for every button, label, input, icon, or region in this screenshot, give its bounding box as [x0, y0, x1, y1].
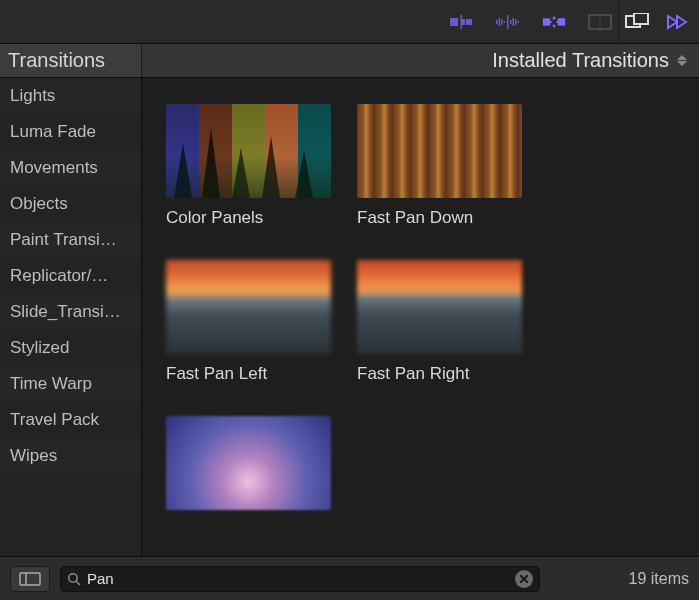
svg-line-24	[76, 581, 80, 585]
svg-rect-6	[501, 19, 503, 25]
bottom-bar: 19 items	[0, 556, 699, 600]
transition-label: Fast Pan Down	[357, 208, 522, 228]
svg-rect-10	[515, 19, 517, 25]
svg-rect-8	[510, 20, 512, 24]
svg-rect-15	[550, 21, 552, 23]
svg-rect-7	[504, 21, 506, 23]
transition-card-radial[interactable]	[166, 416, 331, 524]
search-field[interactable]	[60, 566, 540, 592]
svg-rect-4	[496, 20, 498, 24]
svg-rect-13	[543, 18, 550, 25]
svg-point-23	[69, 573, 77, 581]
svg-rect-0	[450, 18, 458, 26]
toolbar-center	[448, 11, 614, 33]
thumbnail	[166, 260, 331, 354]
transition-label: Color Panels	[166, 208, 331, 228]
search-icon	[67, 572, 81, 586]
audio-effects-icon[interactable]	[494, 11, 522, 33]
thumbnail	[357, 104, 522, 198]
library-filter-label: Installed Transitions	[492, 49, 669, 72]
svg-rect-21	[20, 573, 40, 585]
stepper-icon	[677, 52, 689, 70]
library-filter-dropdown[interactable]: Installed Transitions	[142, 44, 699, 77]
sidebar-header: Transitions	[0, 44, 142, 77]
effect-browser-icon[interactable]	[448, 11, 476, 33]
svg-rect-16	[556, 21, 558, 23]
svg-rect-2	[466, 19, 472, 25]
sidebar-item-paint-transitions[interactable]: Paint Transi…	[0, 222, 141, 258]
transition-label: Fast Pan Left	[166, 364, 331, 384]
thumbnail	[166, 104, 331, 198]
browser-header: Transitions Installed Transitions	[0, 44, 699, 78]
svg-rect-5	[499, 18, 501, 26]
transitions-browser-icon[interactable]	[540, 11, 568, 33]
svg-rect-17	[589, 15, 611, 29]
transition-card-fast-pan-down[interactable]: Fast Pan Down	[357, 104, 522, 242]
main-region: Lights Luma Fade Movements Objects Paint…	[0, 78, 699, 556]
thumbnail	[166, 416, 331, 510]
sidebar-item-lights[interactable]: Lights	[0, 78, 141, 114]
layout-toggle-button[interactable]	[10, 566, 50, 592]
search-input[interactable]	[87, 570, 515, 587]
category-sidebar: Lights Luma Fade Movements Objects Paint…	[0, 78, 142, 556]
share-export-icon[interactable]	[663, 11, 691, 33]
svg-rect-14	[558, 18, 565, 25]
thumbnail	[357, 260, 522, 354]
sidebar-title: Transitions	[8, 49, 105, 72]
sidebar-item-stylized[interactable]: Stylized	[0, 330, 141, 366]
sidebar-item-time-warp[interactable]: Time Warp	[0, 366, 141, 402]
sidebar-item-replicator[interactable]: Replicator/…	[0, 258, 141, 294]
toolbar-right	[623, 11, 691, 33]
svg-rect-11	[518, 21, 520, 23]
browser-content: Color Panels Fast Pan Down Fast Pan Left…	[142, 78, 699, 556]
transition-card-fast-pan-right[interactable]: Fast Pan Right	[357, 260, 522, 398]
svg-rect-9	[513, 18, 515, 26]
sidebar-item-objects[interactable]: Objects	[0, 186, 141, 222]
sidebar-item-travel-pack[interactable]: Travel Pack	[0, 402, 141, 438]
sidebar-item-movements[interactable]: Movements	[0, 150, 141, 186]
frame-aspect-icon[interactable]	[586, 11, 614, 33]
sidebar-item-slide-transitions[interactable]: Slide_Transi…	[0, 294, 141, 330]
transition-grid: Color Panels Fast Pan Down Fast Pan Left…	[166, 104, 699, 524]
sidebar-item-luma-fade[interactable]: Luma Fade	[0, 114, 141, 150]
svg-rect-12	[507, 15, 509, 29]
transition-card-fast-pan-left[interactable]: Fast Pan Left	[166, 260, 331, 398]
transition-label: Fast Pan Right	[357, 364, 522, 384]
sidebar-item-wipes[interactable]: Wipes	[0, 438, 141, 474]
top-toolbar	[0, 0, 699, 44]
svg-rect-20	[634, 13, 648, 24]
clear-search-icon[interactable]	[515, 570, 533, 588]
compare-view-icon[interactable]	[623, 11, 651, 33]
transition-card-color-panels[interactable]: Color Panels	[166, 104, 331, 242]
svg-rect-3	[461, 15, 463, 29]
svg-rect-1	[462, 19, 465, 25]
item-count: 19 items	[629, 570, 689, 588]
